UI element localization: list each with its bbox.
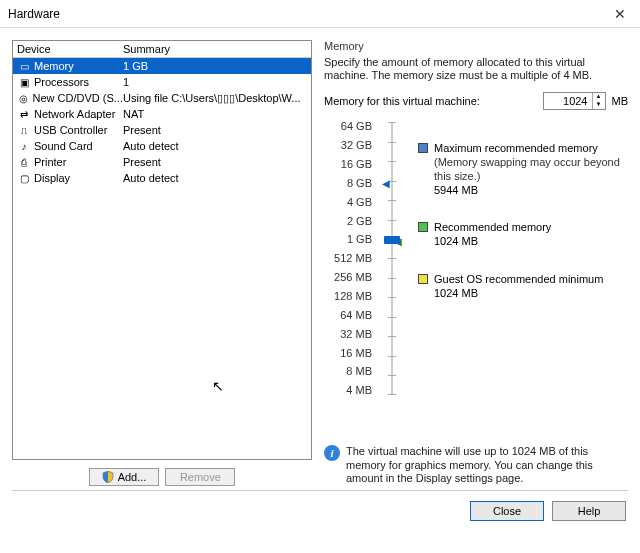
legend-min: Guest OS recommended minimum 1024 MB [418,273,628,301]
legend-max-title: Maximum recommended memory [434,142,628,156]
cpu-icon: ▣ [17,76,31,88]
swatch-blue-icon [418,143,428,153]
device-summary: Auto detect [123,140,311,152]
memory-description: Specify the amount of memory allocated t… [324,56,628,82]
slider-thumb[interactable] [384,236,400,244]
swatch-yellow-icon [418,274,428,284]
close-button[interactable]: Close [470,501,544,521]
tick-label: 128 MB [324,290,372,302]
tick-label: 32 MB [324,328,372,340]
device-name: Sound Card [34,140,93,152]
tick-label: 512 MB [324,252,372,264]
tick-label: 64 MB [324,309,372,321]
tick-label: 4 MB [324,384,372,396]
tick-label: 32 GB [324,139,372,151]
device-row[interactable]: ⎙PrinterPresent [13,154,311,170]
tick-label: 16 GB [324,158,372,170]
device-name: Processors [34,76,89,88]
legend-max: Maximum recommended memory (Memory swapp… [418,142,628,197]
titlebar: Hardware ✕ [0,0,640,28]
memory-input-label: Memory for this virtual machine: [324,95,480,107]
swatch-green-icon [418,222,428,232]
info-row: i The virtual machine will use up to 102… [324,439,628,486]
legend-min-value: 1024 MB [434,287,603,301]
device-summary: Present [123,156,311,168]
device-name: New CD/DVD (S... [33,92,123,104]
device-buttons: Add... Remove [12,460,312,486]
device-name: Printer [34,156,66,168]
legend-rec-title: Recommended memory [434,221,551,235]
info-text: The virtual machine will use up to 1024 … [346,445,628,486]
device-name: USB Controller [34,124,107,136]
usb-icon: ⎍ [17,124,31,136]
device-row[interactable]: ◎New CD/DVD (S...Using file C:\Users\▯▯▯… [13,90,311,106]
printer-icon: ⎙ [17,156,31,168]
memory-input[interactable] [544,94,592,108]
memory-legend: Maximum recommended memory (Memory swapp… [412,118,628,398]
memory-icon: ▭ [17,60,31,72]
add-button[interactable]: Add... [89,468,160,486]
device-row[interactable]: ⇄Network AdapterNAT [13,106,311,122]
device-row[interactable]: ♪Sound CardAuto detect [13,138,311,154]
tick-label: 16 MB [324,347,372,359]
remove-button-label: Remove [180,471,221,483]
device-row[interactable]: ▭Memory1 GB [13,58,311,74]
close-icon[interactable]: ✕ [608,6,632,22]
device-name: Display [34,172,70,184]
header-device: Device [13,43,123,55]
memory-spinner[interactable]: ▲▼ [543,92,606,110]
device-summary: Auto detect [123,172,311,184]
device-summary: 1 [123,76,311,88]
tick-label: 256 MB [324,271,372,283]
device-summary: Using file C:\Users\▯▯▯\Desktop\W... [123,92,311,105]
device-list[interactable]: Device Summary ▭Memory1 GB▣Processors1◎N… [12,40,312,460]
window-title: Hardware [8,7,608,21]
device-summary: 1 GB [123,60,311,72]
device-name: Network Adapter [34,108,115,120]
info-icon: i [324,445,340,461]
tick-label: 1 GB [324,233,372,245]
help-button[interactable]: Help [552,501,626,521]
memory-unit: MB [612,95,629,107]
device-list-header: Device Summary [13,41,311,58]
legend-min-title: Guest OS recommended minimum [434,273,603,287]
display-icon: ▢ [17,172,31,184]
add-button-label: Add... [118,471,147,483]
right-column: Memory Specify the amount of memory allo… [324,40,628,486]
device-summary: Present [123,124,311,136]
memory-group-label: Memory [324,40,628,52]
memory-slider[interactable]: ◀ ◀ [380,118,404,398]
legend-max-value: 5944 MB [434,184,628,198]
shield-icon [102,471,114,483]
remove-button: Remove [165,468,235,486]
tick-label: 8 GB [324,177,372,189]
memory-slider-area: 64 GB32 GB16 GB8 GB4 GB2 GB1 GB512 MB256… [324,118,628,398]
device-row[interactable]: ▢DisplayAuto detect [13,170,311,186]
memory-input-row: Memory for this virtual machine: ▲▼ MB [324,92,628,110]
network-icon: ⇄ [17,108,31,120]
tick-label: 4 GB [324,196,372,208]
left-column: Device Summary ▭Memory1 GB▣Processors1◎N… [12,40,312,486]
dialog-body: Device Summary ▭Memory1 GB▣Processors1◎N… [0,28,640,490]
sound-icon: ♪ [17,140,31,152]
header-summary: Summary [123,43,311,55]
tick-label: 64 GB [324,120,372,132]
device-summary: NAT [123,108,311,120]
device-row[interactable]: ⎍USB ControllerPresent [13,122,311,138]
legend-rec-value: 1024 MB [434,235,551,249]
cd-icon: ◎ [17,92,30,104]
tick-label: 2 GB [324,215,372,227]
device-name: Memory [34,60,74,72]
slider-tick-labels: 64 GB32 GB16 GB8 GB4 GB2 GB1 GB512 MB256… [324,118,372,398]
tick-label: 8 MB [324,365,372,377]
spinner-buttons[interactable]: ▲▼ [592,93,605,109]
footer: Close Help [0,491,640,531]
marker-max-icon: ◀ [382,178,390,189]
legend-max-sub: (Memory swapping may occur beyond this s… [434,156,628,184]
legend-rec: Recommended memory 1024 MB [418,221,628,249]
device-row[interactable]: ▣Processors1 [13,74,311,90]
